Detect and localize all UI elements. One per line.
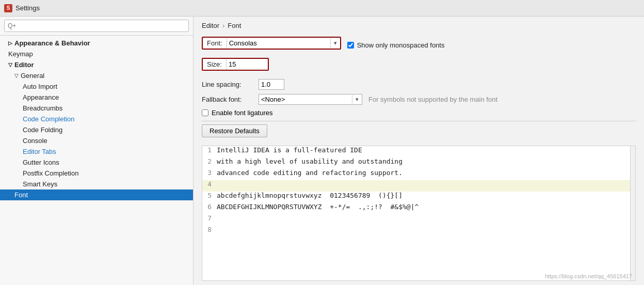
app-icon: S [4, 4, 12, 12]
fallback-select[interactable]: <None> [259, 94, 352, 104]
monospaced-checkbox[interactable] [347, 42, 354, 49]
code-line-6: 6 ABCDEFGHIJKLMNOPQRSTUVWXYZ +-*/= .,:;!… [202, 203, 630, 214]
sidebar-item-appearance[interactable]: Appearance [0, 92, 193, 103]
sidebar-item-code-folding[interactable]: Code Folding [0, 124, 193, 135]
code-line-8: 8 [202, 226, 630, 237]
line-number-4: 4 [202, 180, 217, 188]
sidebar-item-auto-import[interactable]: Auto Import [0, 81, 193, 92]
font-form-row: Font: Consolas ▾ Show only monospaced fo… [202, 37, 636, 54]
sidebar-item-general[interactable]: ▽ General [0, 70, 193, 81]
breadcrumb-editor: Editor [202, 22, 219, 29]
size-input[interactable] [227, 59, 268, 70]
breadcrumb-font: Font [228, 22, 241, 29]
content-area: Editor › Font Font: Consolas ▾ Show only… [194, 17, 644, 285]
title-bar: S Settings [0, 0, 644, 17]
monospaced-checkbox-label[interactable]: Show only monospaced fonts [347, 41, 445, 49]
sidebar-item-editor-tabs[interactable]: Editor Tabs [0, 146, 193, 157]
sidebar-item-editor[interactable]: ▽ Editor [0, 59, 193, 70]
search-box[interactable] [0, 17, 193, 36]
line-number-1: 1 [202, 146, 217, 154]
size-input-wrapper: Size: [202, 58, 269, 71]
sidebar-item-breadcrumbs[interactable]: Breadcrumbs [0, 103, 193, 114]
line-spacing-label: Line spacing: [202, 81, 259, 88]
preview-area: 1 IntelliJ IDEA is a full-featured IDE 2… [202, 146, 636, 281]
form-area: Font: Consolas ▾ Show only monospaced fo… [194, 33, 644, 146]
fallback-label: Fallback font: [202, 96, 259, 103]
breadcrumb: Editor › Font [194, 17, 644, 33]
line-number-2: 2 [202, 157, 217, 165]
line-number-6: 6 [202, 203, 217, 211]
code-line-5: 5 abcdefghijklmnopqrstuvwxyz 0123456789 … [202, 192, 630, 203]
line-text-5: abcdefghijklmnopqrstuvwxyz 0123456789 ()… [217, 192, 403, 199]
sidebar-item-console[interactable]: Console [0, 135, 193, 146]
preview-scrollbar[interactable] [630, 146, 635, 280]
preview-scroll: 1 IntelliJ IDEA is a full-featured IDE 2… [202, 146, 635, 280]
line-text-2: with a high level of usability and outst… [217, 157, 403, 165]
line-number-5: 5 [202, 192, 217, 199]
code-line-1: 1 IntelliJ IDEA is a full-featured IDE [202, 146, 630, 157]
font-select[interactable]: Consolas [227, 38, 330, 49]
code-line-7: 7 [202, 214, 630, 226]
sidebar: ▷ Appearance & Behavior Keymap ▽ Editor … [0, 17, 194, 285]
ligatures-label[interactable]: Enable font ligatures [212, 109, 273, 117]
font-selector-wrapper: Font: Consolas ▾ [202, 37, 341, 50]
restore-defaults-button[interactable]: Restore Defaults [202, 124, 267, 137]
sidebar-nav: ▷ Appearance & Behavior Keymap ▽ Editor … [0, 36, 193, 285]
fallback-hint: For symbols not supported by the main fo… [368, 96, 497, 103]
chevron-down-icon: ▽ [8, 62, 12, 68]
sidebar-item-gutter-icons[interactable]: Gutter Icons [0, 157, 193, 168]
window-title: Settings [15, 4, 40, 12]
sidebar-item-appearance-behavior[interactable]: ▷ Appearance & Behavior [0, 38, 193, 49]
line-number-3: 3 [202, 169, 217, 177]
sidebar-item-keymap[interactable]: Keymap [0, 49, 193, 59]
preview-lines: 1 IntelliJ IDEA is a full-featured IDE 2… [202, 146, 630, 280]
line-text-6: ABCDEFGHIJKLMNOPQRSTUVWXYZ +-*/= .,:;!? … [217, 203, 418, 211]
line-text-3: advanced code editing and refactoring su… [217, 169, 403, 177]
line-text-1: IntelliJ IDEA is a full-featured IDE [217, 146, 362, 154]
line-spacing-row: Line spacing: [202, 79, 636, 90]
line-number-8: 8 [202, 226, 217, 233]
breadcrumb-separator: › [222, 22, 224, 29]
sidebar-item-smart-keys[interactable]: Smart Keys [0, 179, 193, 189]
sidebar-item-code-completion[interactable]: Code Completion [0, 114, 193, 124]
code-line-3: 3 advanced code editing and refactoring … [202, 169, 630, 180]
line-spacing-input[interactable] [259, 79, 284, 90]
size-form-row: Size: [202, 58, 636, 75]
font-dropdown-arrow-icon[interactable]: ▾ [330, 38, 340, 48]
sidebar-item-postfix-completion[interactable]: Postfix Completion [0, 168, 193, 179]
ligatures-checkbox[interactable] [202, 109, 208, 116]
font-label: Font: [203, 38, 227, 49]
divider [202, 121, 636, 121]
watermark: https://blog.csdn.net/qq_45615417 [545, 273, 632, 279]
chevron-right-icon: ▷ [8, 40, 12, 46]
line-number-7: 7 [202, 214, 217, 222]
main-area: ▷ Appearance & Behavior Keymap ▽ Editor … [0, 17, 644, 285]
sidebar-item-font[interactable]: Font [0, 189, 193, 200]
search-input[interactable] [4, 20, 189, 32]
fallback-dropdown-arrow-icon[interactable]: ▾ [352, 95, 362, 104]
fallback-select-wrapper: <None> ▾ [259, 94, 362, 105]
code-line-2: 2 with a high level of usability and out… [202, 157, 630, 169]
size-label: Size: [203, 59, 227, 70]
fallback-font-row: Fallback font: <None> ▾ For symbols not … [202, 94, 636, 105]
code-line-4: 4 [202, 180, 630, 192]
chevron-down-icon-general: ▽ [14, 73, 19, 78]
ligatures-row: Enable font ligatures [202, 109, 636, 117]
